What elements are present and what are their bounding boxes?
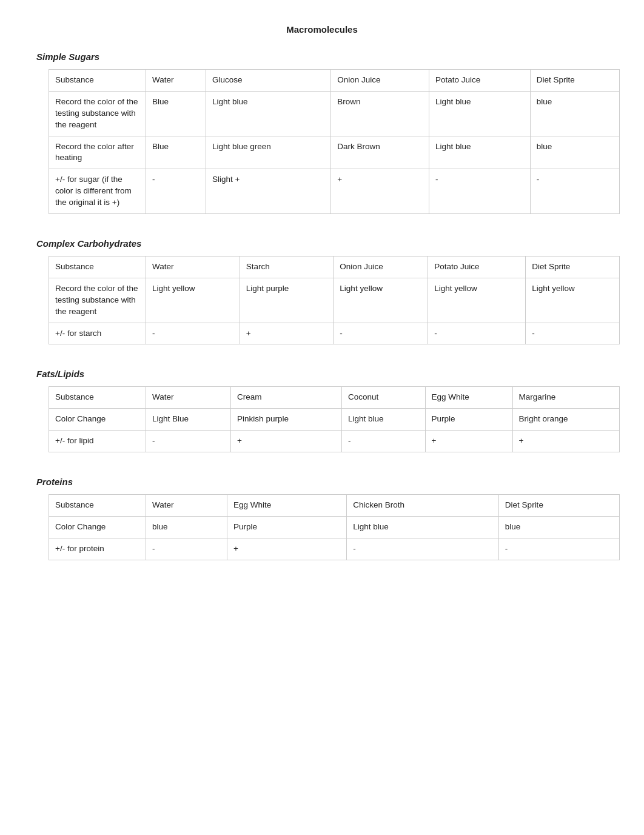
table-row: SubstanceWaterStarchOnion JuicePotato Ju…	[49, 257, 620, 278]
table-cell: Potato Juice	[428, 257, 526, 278]
table-cell: Purple	[227, 517, 346, 538]
table-cell: Diet Sprite	[530, 70, 619, 92]
table-cell: Purple	[425, 409, 512, 431]
row-label: Substance	[49, 387, 146, 409]
table-cell: Pinkish purple	[231, 409, 342, 431]
section-title-simple-sugars: Simple Sugars	[36, 52, 608, 62]
table-cell: blue	[530, 91, 619, 136]
table-cell: -	[342, 431, 426, 452]
table-row: SubstanceWaterGlucoseOnion JuicePotato J…	[49, 70, 620, 92]
table-cell: Blue	[146, 136, 206, 169]
table-cell: Margarine	[512, 387, 619, 409]
table-row: +/- for starch-+---	[49, 323, 620, 344]
table-cell: Water	[146, 387, 231, 409]
table-cell: blue	[498, 517, 619, 538]
row-label: +/- for sugar (if the color is different…	[49, 169, 146, 214]
row-label: +/- for starch	[49, 323, 146, 344]
table-cell: Water	[146, 70, 206, 92]
table-cell: Light yellow	[526, 278, 620, 323]
table-proteins: SubstanceWaterEgg WhiteChicken BrothDiet…	[49, 494, 620, 560]
table-cell: Light blue	[342, 409, 426, 431]
row-label: Record the color of the testing substanc…	[49, 91, 146, 136]
table-cell: Water	[146, 495, 227, 517]
table-cell: Water	[146, 257, 240, 278]
table-cell: Light yellow	[334, 278, 428, 323]
table-row: +/- for protein-+--	[49, 538, 620, 560]
table-cell: Potato Juice	[429, 70, 530, 92]
table-cell: Blue	[146, 91, 206, 136]
table-cell: Light blue green	[206, 136, 330, 169]
table-row: +/- for lipid-+-++	[49, 431, 620, 452]
table-row: Color ChangeLight BluePinkish purpleLigh…	[49, 409, 620, 431]
table-fats-lipids: SubstanceWaterCreamCoconutEgg WhiteMarga…	[49, 386, 620, 452]
row-label: Record the color after heating	[49, 136, 146, 169]
table-cell: Light blue	[206, 91, 330, 136]
table-cell: -	[347, 538, 499, 560]
table-cell: Light blue	[429, 136, 530, 169]
table-cell: Light yellow	[428, 278, 526, 323]
table-cell: blue	[530, 136, 619, 169]
page-title: Macromolecules	[36, 24, 608, 35]
section-title-fats-lipids: Fats/Lipids	[36, 369, 608, 379]
table-cell: Chicken Broth	[347, 495, 499, 517]
table-cell: -	[530, 169, 619, 214]
table-cell: Light blue	[429, 91, 530, 136]
table-cell: +	[231, 431, 342, 452]
row-label: Substance	[49, 70, 146, 92]
table-cell: +	[240, 323, 334, 344]
table-cell: -	[429, 169, 530, 214]
table-row: Color ChangebluePurpleLight blueblue	[49, 517, 620, 538]
table-cell: +	[512, 431, 619, 452]
table-cell: +	[331, 169, 429, 214]
table-cell: Light yellow	[146, 278, 240, 323]
table-cell: +	[227, 538, 346, 560]
table-cell: Light blue	[347, 517, 499, 538]
table-cell: -	[146, 169, 206, 214]
table-cell: Diet Sprite	[526, 257, 620, 278]
table-row: SubstanceWaterEgg WhiteChicken BrothDiet…	[49, 495, 620, 517]
table-cell: Light purple	[240, 278, 334, 323]
table-cell: Cream	[231, 387, 342, 409]
row-label: +/- for lipid	[49, 431, 146, 452]
row-label: +/- for protein	[49, 538, 146, 560]
row-label: Record the color of the testing substanc…	[49, 278, 146, 323]
row-label: Color Change	[49, 409, 146, 431]
table-cell: +	[425, 431, 512, 452]
table-cell: -	[146, 323, 240, 344]
table-row: +/- for sugar (if the color is different…	[49, 169, 620, 214]
table-cell: Diet Sprite	[498, 495, 619, 517]
section-title-complex-carbohydrates: Complex Carbohydrates	[36, 238, 608, 249]
table-cell: Starch	[240, 257, 334, 278]
table-cell: -	[146, 538, 227, 560]
row-label: Color Change	[49, 517, 146, 538]
table-cell: -	[428, 323, 526, 344]
table-cell: Onion Juice	[331, 70, 429, 92]
section-title-proteins: Proteins	[36, 477, 608, 487]
table-cell: Bright orange	[512, 409, 619, 431]
table-row: Record the color after heatingBlueLight …	[49, 136, 620, 169]
table-complex-carbohydrates: SubstanceWaterStarchOnion JuicePotato Ju…	[49, 256, 620, 344]
table-row: SubstanceWaterCreamCoconutEgg WhiteMarga…	[49, 387, 620, 409]
table-simple-sugars: SubstanceWaterGlucoseOnion JuicePotato J…	[49, 69, 620, 214]
section-proteins: ProteinsSubstanceWaterEgg WhiteChicken B…	[36, 477, 608, 560]
table-row: Record the color of the testing substanc…	[49, 91, 620, 136]
table-cell: Slight +	[206, 169, 330, 214]
section-complex-carbohydrates: Complex CarbohydratesSubstanceWaterStarc…	[36, 238, 608, 344]
table-cell: -	[498, 538, 619, 560]
table-cell: Light Blue	[146, 409, 231, 431]
table-cell: Dark Brown	[331, 136, 429, 169]
row-label: Substance	[49, 257, 146, 278]
table-cell: -	[334, 323, 428, 344]
table-cell: Brown	[331, 91, 429, 136]
table-row: Record the color of the testing substanc…	[49, 278, 620, 323]
table-cell: -	[526, 323, 620, 344]
table-cell: blue	[146, 517, 227, 538]
table-cell: Glucose	[206, 70, 330, 92]
table-cell: -	[146, 431, 231, 452]
row-label: Substance	[49, 495, 146, 517]
section-fats-lipids: Fats/LipidsSubstanceWaterCreamCoconutEgg…	[36, 369, 608, 452]
table-cell: Coconut	[342, 387, 426, 409]
section-simple-sugars: Simple SugarsSubstanceWaterGlucoseOnion …	[36, 52, 608, 214]
table-cell: Onion Juice	[334, 257, 428, 278]
table-cell: Egg White	[425, 387, 512, 409]
